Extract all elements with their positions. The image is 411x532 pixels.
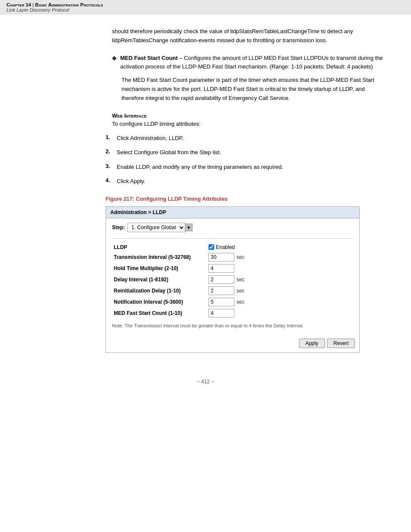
- notification-interval-input[interactable]: [209, 298, 234, 306]
- table-row-lldp: LLDP Enabled: [112, 243, 353, 252]
- panel-header: Administration > LLDP: [106, 207, 359, 218]
- step-num-4: 4.: [106, 177, 114, 184]
- bullet-diamond-icon: ◆: [112, 54, 117, 61]
- step-text-3: Enable LLDP, and modify any of the timin…: [117, 163, 283, 171]
- main-content: should therefore periodically check the …: [0, 14, 411, 406]
- page-footer: – 412 –: [26, 379, 385, 393]
- step-item-1: 1. Click Administration, LLDP.: [106, 134, 385, 143]
- field-label-holdtime: Hold Time Multiplier (2-10): [112, 263, 207, 274]
- step-dropdown[interactable]: 1. Configure Global: [128, 223, 185, 232]
- chapter-subtitle: Link Layer Discovery Protocol: [6, 7, 405, 12]
- transmission-unit: sec: [237, 254, 245, 260]
- dropdown-arrow-icon[interactable]: ▼: [185, 224, 193, 231]
- table-row-transmission: Transmission Interval (5-32768) sec: [112, 252, 353, 263]
- checkbox-cell-lldp: Enabled: [209, 244, 352, 250]
- web-interface-label: Web Interface: [112, 112, 147, 119]
- delay-unit: sec: [237, 277, 245, 283]
- panel-note: Note: The Transmission Interval must be …: [112, 323, 353, 328]
- table-row-delay: Delay Interval (1-8192) sec: [112, 274, 353, 285]
- revert-button[interactable]: Revert: [327, 339, 355, 348]
- field-input-notification: sec: [207, 296, 353, 308]
- field-label-med-fast: MED Fast Start Count (1-10): [112, 308, 207, 319]
- hold-time-multiplier-input[interactable]: [209, 264, 234, 273]
- figure-section: Figure 217: Configuring LLDP Timing Attr…: [106, 196, 385, 353]
- apply-button[interactable]: Apply: [299, 339, 325, 348]
- chapter-title: Basic Administration Protocols: [35, 2, 103, 7]
- step-item-2: 2. Select Configure Global from the Step…: [106, 148, 385, 157]
- field-input-transmission: sec: [207, 252, 353, 263]
- table-row-holdtime: Hold Time Multiplier (2-10): [112, 263, 353, 274]
- step-select-label: Step:: [112, 224, 125, 230]
- figure-caption: Figure 217: Configuring LLDP Timing Attr…: [106, 196, 385, 202]
- lldp-checkbox[interactable]: [209, 244, 214, 250]
- field-label-transmission: Transmission Interval (5-32768): [112, 252, 207, 263]
- intro-paragraph: should therefore periodically check the …: [112, 27, 385, 45]
- panel-footer: Apply Revert: [106, 336, 359, 352]
- lldp-checkbox-label: Enabled: [216, 244, 235, 250]
- notification-unit: sec: [237, 299, 245, 305]
- field-input-lldp: Enabled: [207, 243, 353, 252]
- med-fast-start-count-input[interactable]: [209, 309, 234, 317]
- bullet-text-med: MED Fast Start Count – Configures the am…: [120, 54, 385, 72]
- field-input-holdtime: [207, 263, 353, 274]
- chapter-line: Chapter 14 | Basic Administration Protoc…: [6, 2, 405, 7]
- table-row-reinit: Reinitialization Delay (1-10) sec: [112, 285, 353, 296]
- header-bar: Chapter 14 | Basic Administration Protoc…: [0, 0, 411, 14]
- step-text-2: Select Configure Global from the Step li…: [117, 148, 221, 157]
- steps-section: 1. Click Administration, LLDP. 2. Select…: [106, 134, 385, 186]
- chapter-num-val: 14: [25, 2, 31, 7]
- table-row-notification: Notification Interval (5-3600) sec: [112, 296, 353, 308]
- step-num-1: 1.: [106, 134, 114, 140]
- field-label-lldp: LLDP: [112, 243, 207, 252]
- reinit-unit: sec: [237, 288, 245, 294]
- step-text-1: Click Administration, LLDP.: [117, 134, 184, 143]
- field-label-reinit: Reinitialization Delay (1-10): [112, 285, 207, 296]
- step-select-row: Step: 1. Configure Global ▼: [112, 223, 353, 232]
- step-item-3: 3. Enable LLDP, and modify any of the ti…: [106, 163, 385, 171]
- bullet-section: ◆ MED Fast Start Count – Configures the …: [112, 54, 385, 103]
- bullet-title-bold: MED Fast Start Count: [120, 55, 178, 61]
- field-input-med-fast: [207, 308, 353, 319]
- ui-panel: Administration > LLDP Step: 1. Configure…: [106, 206, 360, 353]
- field-label-delay: Delay Interval (1-8192): [112, 274, 207, 285]
- bullet-item-med: ◆ MED Fast Start Count – Configures the …: [112, 54, 385, 72]
- web-interface-desc: To configure LLDP timing attributes:: [112, 121, 385, 127]
- transmission-interval-input[interactable]: [209, 253, 234, 261]
- reinitialization-delay-input[interactable]: [209, 286, 234, 295]
- step-item-4: 4. Click Apply.: [106, 177, 385, 186]
- divider: [112, 238, 353, 239]
- step-num-2: 2.: [106, 148, 114, 155]
- panel-body: Step: 1. Configure Global ▼ LLDP: [106, 218, 359, 336]
- field-input-delay: sec: [207, 274, 353, 285]
- web-interface-heading: Web Interface: [112, 112, 385, 119]
- form-table: LLDP Enabled Transmission Interval (5-32…: [112, 243, 353, 319]
- step-text-4: Click Apply.: [117, 177, 145, 186]
- field-input-reinit: sec: [207, 285, 353, 296]
- field-label-notification: Notification Interval (5-3600): [112, 296, 207, 308]
- delay-interval-input[interactable]: [209, 275, 234, 284]
- chapter-label: Chapter: [6, 2, 24, 7]
- table-row-med-fast: MED Fast Start Count (1-10): [112, 308, 353, 319]
- bullet-sub-text-med: The MED Fast Start Count parameter is pa…: [121, 76, 385, 103]
- step-num-3: 3.: [106, 163, 114, 169]
